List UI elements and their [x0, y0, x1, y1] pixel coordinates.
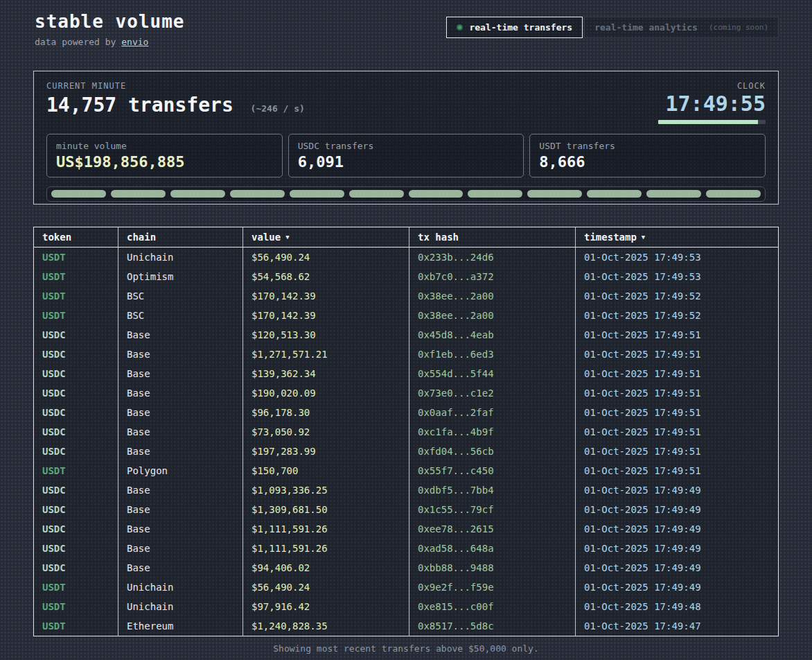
token-cell: USDC — [34, 480, 118, 500]
value-cell: $150,700 — [243, 461, 409, 480]
stat-usdc-transfers: USDC transfers 6,091 — [288, 134, 524, 177]
chain-cell: Base — [118, 480, 243, 500]
table-row: USDT BSC $170,142.39 0x38ee...2a00 01-Oc… — [34, 286, 778, 306]
envio-link[interactable]: envio — [121, 37, 148, 47]
token-cell: USDC — [34, 422, 118, 442]
chain-cell: BSC — [118, 286, 243, 306]
chain-cell: Base — [118, 519, 243, 539]
token-cell: USDT — [34, 267, 118, 286]
timestamp-cell: 01-Oct-2025 17:49:51 — [576, 422, 778, 442]
value-cell: $73,050.92 — [243, 422, 409, 442]
tx-hash-link[interactable]: 0x554d...5f44 — [409, 364, 576, 383]
live-dot-icon — [457, 24, 463, 31]
minute-segment — [51, 190, 106, 198]
minute-progress-bar — [658, 120, 766, 124]
timestamp-cell: 01-Oct-2025 17:49:51 — [576, 364, 778, 383]
table-row: USDT Unichain $56,490.24 0x233b...24d6 0… — [34, 248, 778, 267]
value-cell: $170,142.39 — [243, 286, 409, 306]
tx-hash-link[interactable]: 0x45d8...4eab — [409, 325, 576, 345]
current-minute-label: CURRENT MINUTE — [46, 81, 305, 91]
table-row: USDC Base $1,111,591.26 0xad58...648a 01… — [34, 539, 778, 558]
tab-real-time-analytics: real-time analytics (coming soon) — [584, 17, 779, 38]
value-cell: $54,568.62 — [243, 267, 409, 286]
column-header-token: token — [34, 227, 118, 247]
tab-bar: real-time transfers real-time analytics … — [446, 17, 779, 38]
token-cell: USDT — [34, 461, 118, 480]
stat-minute-volume: minute volume US$198,856,885 — [46, 134, 283, 177]
tx-hash-link[interactable]: 0xe815...c00f — [409, 597, 576, 616]
clock-time: 17:49:55 — [658, 93, 766, 115]
coming-soon-badge: (coming soon) — [709, 23, 768, 32]
tx-hash-link[interactable]: 0xb7c0...a372 — [409, 267, 576, 286]
stat-label: USDT transfers — [539, 141, 756, 151]
tx-hash-link[interactable]: 0xfd04...56cb — [409, 442, 576, 461]
value-cell: $1,271,571.21 — [243, 345, 409, 364]
token-cell: USDT — [34, 597, 118, 616]
timestamp-cell: 01-Oct-2025 17:49:51 — [576, 325, 778, 345]
sort-desc-icon: ▼ — [285, 234, 289, 241]
stat-row: minute volume US$198,856,885 USDC transf… — [46, 134, 766, 177]
table-body: USDT Unichain $56,490.24 0x233b...24d6 0… — [34, 248, 778, 636]
value-cell: $190,020.09 — [243, 383, 409, 403]
table-header-row: token chain value ▼ tx hash timestamp ▼ — [34, 227, 778, 248]
transfer-count-number: 14,757 — [46, 94, 116, 116]
minute-segment — [349, 190, 404, 198]
value-cell: $197,283.99 — [243, 442, 409, 461]
timestamp-cell: 01-Oct-2025 17:49:49 — [576, 519, 778, 539]
tx-hash-link[interactable]: 0xee78...2615 — [409, 519, 576, 539]
tx-hash-link[interactable]: 0x55f7...c450 — [409, 461, 576, 480]
table-row: USDC Base $73,050.92 0xc1fa...4b9f 01-Oc… — [34, 422, 778, 442]
chain-cell: Base — [118, 364, 243, 383]
column-header-value[interactable]: value ▼ — [243, 227, 409, 247]
tx-hash-link[interactable]: 0x9e2f...f59e — [409, 578, 576, 597]
chain-cell: Base — [118, 422, 243, 442]
value-cell: $96,178.30 — [243, 403, 409, 422]
minute-segment — [290, 190, 344, 198]
stat-usdt-transfers: USDT transfers 8,666 — [529, 134, 766, 177]
tx-hash-link[interactable]: 0xbb88...9488 — [409, 558, 576, 578]
tx-hash-link[interactable]: 0xc1fa...4b9f — [409, 422, 576, 442]
timestamp-cell: 01-Oct-2025 17:49:52 — [576, 286, 778, 306]
timestamp-cell: 01-Oct-2025 17:49:48 — [576, 597, 778, 616]
transfer-count-suffix: transfers — [128, 94, 233, 116]
value-cell: $1,111,591.26 — [243, 519, 409, 539]
minute-segment — [587, 190, 642, 198]
stat-label: minute volume — [56, 141, 273, 151]
column-label: tx hash — [418, 232, 459, 243]
chain-cell: Optimism — [118, 267, 243, 286]
timestamp-cell: 01-Oct-2025 17:49:49 — [576, 539, 778, 558]
table-row: USDC Base $1,309,681.50 0x1c55...79cf 01… — [34, 500, 778, 519]
token-cell: USDC — [34, 325, 118, 345]
tx-hash-link[interactable]: 0x38ee...2a00 — [409, 306, 576, 325]
value-cell: $94,406.02 — [243, 558, 409, 578]
column-header-timestamp[interactable]: timestamp ▼ — [576, 227, 778, 247]
timestamp-cell: 01-Oct-2025 17:49:51 — [576, 383, 778, 403]
table-row: USDC Base $190,020.09 0x73e0...c1e2 01-O… — [34, 383, 778, 403]
table-row: USDT Ethereum $1,240,828.35 0x8517...5d8… — [34, 616, 778, 636]
tx-hash-link[interactable]: 0xad58...648a — [409, 539, 576, 558]
tx-hash-link[interactable]: 0x0aaf...2faf — [409, 403, 576, 422]
tab-real-time-transfers[interactable]: real-time transfers — [446, 17, 583, 38]
chain-cell: Base — [118, 539, 243, 558]
minute-segment — [230, 190, 285, 198]
minute-segments — [46, 186, 766, 202]
token-cell: USDC — [34, 539, 118, 558]
tx-hash-link[interactable]: 0x8517...5d8c — [409, 616, 576, 636]
value-cell: $1,309,681.50 — [243, 500, 409, 519]
timestamp-cell: 01-Oct-2025 17:49:51 — [576, 461, 778, 480]
powered-by: data powered by envio — [35, 37, 779, 47]
tx-hash-link[interactable]: 0x38ee...2a00 — [409, 286, 576, 306]
column-header-tx-hash: tx hash — [409, 227, 576, 247]
tx-hash-link[interactable]: 0xdbf5...7bb4 — [409, 480, 576, 500]
table-row: USDC Base $120,513.30 0x45d8...4eab 01-O… — [34, 325, 778, 345]
tx-hash-link[interactable]: 0x233b...24d6 — [409, 248, 576, 267]
stat-value: 6,091 — [298, 153, 515, 171]
token-cell: USDC — [34, 558, 118, 578]
tx-hash-link[interactable]: 0x73e0...c1e2 — [409, 383, 576, 403]
chain-cell: Base — [118, 403, 243, 422]
tx-hash-link[interactable]: 0x1c55...79cf — [409, 500, 576, 519]
tx-hash-link[interactable]: 0xf1eb...6ed3 — [409, 345, 576, 364]
timestamp-cell: 01-Oct-2025 17:49:51 — [576, 403, 778, 422]
stat-value: 8,666 — [539, 153, 756, 171]
table-row: USDC Base $139,362.34 0x554d...5f44 01-O… — [34, 364, 778, 383]
